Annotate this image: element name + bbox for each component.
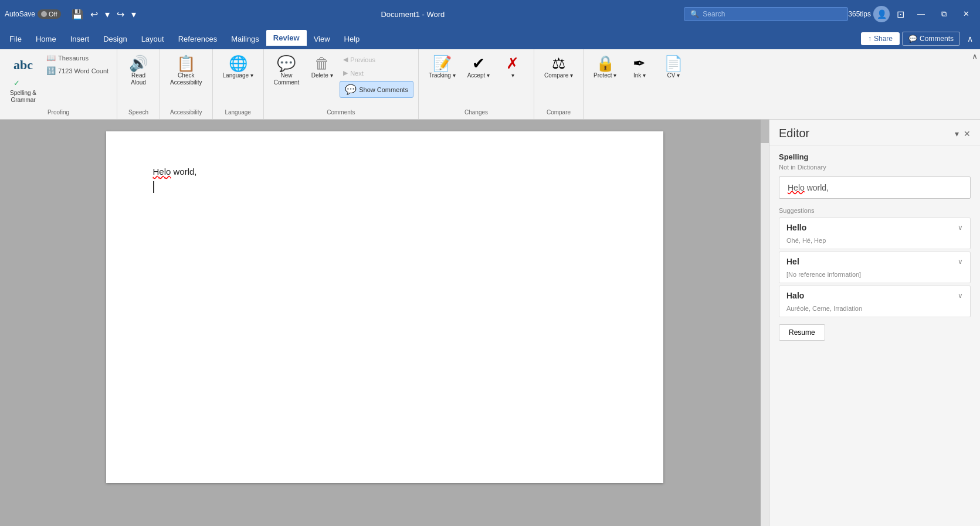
suggestion-item-hel[interactable]: Hel ∨ [No reference information]: [779, 252, 971, 283]
suggestion-chevron-hello[interactable]: ∨: [958, 223, 963, 232]
spelling-section-title: Spelling: [779, 152, 971, 161]
suggestion-item-hello[interactable]: Hello ∨ Ohé, Hé, Hep: [779, 218, 971, 249]
undo-icon[interactable]: ↩: [88, 6, 100, 22]
reject-label: ▾: [511, 72, 514, 79]
restore-button[interactable]: ⧉: [935, 0, 952, 28]
spelling-grammar-button[interactable]: abc ✓ Spelling &Grammar: [5, 52, 42, 108]
cv-label: CV ▾: [667, 72, 680, 79]
menu-right: ↑ Share 💬 Comments ∧: [861, 32, 978, 46]
preview-rest: world,: [805, 183, 829, 192]
previous-comment-button[interactable]: ◀ Previous: [340, 54, 413, 65]
proofing-content: abc ✓ Spelling &Grammar 📖 Thesaurus 🔢 71…: [5, 52, 112, 108]
accept-button[interactable]: ✔ Accept ▾: [462, 52, 495, 83]
show-comments-button[interactable]: 💬 Show Comments: [340, 81, 413, 98]
suggestion-item-halo[interactable]: Halo ∨ Auréole, Cerne, Irradiation: [779, 286, 971, 317]
delete-comment-button[interactable]: 🗑 Delete ▾: [306, 52, 338, 83]
autosave-toggle[interactable]: AutoSave Off: [5, 9, 61, 19]
show-comments-label: Show Comments: [359, 86, 408, 93]
language-group-label: Language: [222, 108, 253, 117]
word-count-button[interactable]: 🔢 7123 Word Count: [43, 65, 112, 77]
speech-group-label: Speech: [126, 108, 151, 117]
toggle-state: Off: [49, 11, 57, 18]
document-page[interactable]: Helo world,: [106, 131, 663, 483]
word-count-label: 7123 Word Count: [58, 67, 108, 74]
accept-icon: ✔: [472, 56, 485, 71]
suggestion-header-hello[interactable]: Hello ∨: [779, 218, 970, 237]
share-button[interactable]: ↑ Share: [861, 32, 900, 45]
next-comment-button[interactable]: ▶ Next: [340, 67, 413, 79]
new-comment-button[interactable]: 💬 NewComment: [269, 52, 304, 90]
ribbon-group-changes: 📝 Tracking ▾ ✔ Accept ▾ ✗ ▾ Changes: [419, 49, 534, 119]
suggestion-chevron-halo[interactable]: ∨: [958, 291, 963, 300]
menu-references[interactable]: References: [171, 31, 224, 47]
check-accessibility-button[interactable]: 📋 CheckAccessibility: [165, 52, 207, 90]
comments-button[interactable]: 💬 Comments: [902, 32, 960, 46]
suggestion-header-hel[interactable]: Hel ∨: [779, 252, 970, 271]
read-aloud-button[interactable]: 🔊 ReadAloud: [122, 52, 155, 90]
thesaurus-button[interactable]: 📖 Thesaurus: [43, 52, 112, 64]
menu-design[interactable]: Design: [96, 31, 134, 47]
word-count-icon: 🔢: [46, 66, 56, 75]
tracking-label: Tracking ▾: [429, 72, 456, 79]
language-button[interactable]: 🌐 Language ▾: [218, 52, 259, 83]
menu-review[interactable]: Review: [266, 30, 307, 47]
menu-insert[interactable]: Insert: [63, 31, 97, 47]
ribbon-collapse-icon[interactable]: ∧: [962, 32, 978, 46]
scrollbar-thumb[interactable]: [761, 120, 769, 143]
minimize-button[interactable]: —: [911, 0, 931, 28]
next-label: Next: [350, 70, 364, 77]
check-accessibility-icon: 📋: [177, 56, 195, 71]
doc-text-rest: world,: [171, 167, 196, 177]
autosave-label: AutoSave: [5, 10, 35, 18]
protect-content: 🔒 Protect ▾ ✒ Ink ▾ 📄 CV ▾: [588, 52, 690, 114]
compare-icon: ⚖: [552, 56, 565, 71]
suggestion-chevron-hel[interactable]: ∨: [958, 257, 963, 266]
editor-close-icon[interactable]: ✕: [964, 129, 971, 138]
comments-group-label: Comments: [324, 108, 357, 117]
title-bar: AutoSave Off 💾 ↩ ▾ ↪ ▾ Document1 - Word …: [0, 0, 980, 28]
user-name: 365tips: [848, 10, 871, 18]
comments-icon: 💬: [908, 35, 917, 43]
menu-mailings[interactable]: Mailings: [224, 31, 266, 47]
menu-file[interactable]: File: [2, 31, 29, 47]
redo-icon[interactable]: ↪: [114, 6, 127, 22]
cv-icon: 📄: [664, 56, 683, 71]
thesaurus-icon: 📖: [46, 53, 56, 62]
menu-home[interactable]: Home: [29, 31, 63, 47]
document-text[interactable]: Helo world,: [153, 167, 616, 177]
ribbon-group-speech: 🔊 ReadAloud Speech: [117, 49, 160, 119]
ribbon-expand-collapse[interactable]: ∧: [969, 49, 980, 119]
protect-label: Protect ▾: [594, 72, 616, 79]
previous-icon: ◀: [343, 56, 348, 63]
reject-button[interactable]: ✗ ▾: [496, 52, 529, 83]
search-input[interactable]: [703, 10, 842, 18]
proofing-group-label: Proofing: [45, 108, 72, 117]
compare-button[interactable]: ⚖ Compare ▾: [539, 52, 578, 83]
search-icon: 🔍: [690, 10, 699, 18]
document-area[interactable]: Helo world,: [0, 120, 769, 526]
menu-layout[interactable]: Layout: [134, 31, 171, 47]
speech-content: 🔊 ReadAloud: [122, 52, 155, 108]
undo-dropdown-icon[interactable]: ▾: [103, 6, 112, 22]
search-box[interactable]: 🔍: [684, 7, 848, 21]
protect-button[interactable]: 🔒 Protect ▾: [588, 52, 622, 83]
editor-dropdown-icon[interactable]: ▾: [955, 129, 959, 138]
layout-icon[interactable]: ⊡: [894, 6, 907, 22]
toggle-dot: [41, 11, 47, 17]
scrollbar-track[interactable]: [761, 120, 769, 526]
ink-button[interactable]: ✒ Ink ▾: [623, 52, 656, 83]
suggestion-header-halo[interactable]: Halo ∨: [779, 286, 970, 305]
menu-help[interactable]: Help: [337, 31, 367, 47]
resume-button[interactable]: Resume: [779, 324, 825, 341]
check-accessibility-label: CheckAccessibility: [170, 72, 202, 86]
menu-view[interactable]: View: [307, 31, 337, 47]
tracking-button[interactable]: 📝 Tracking ▾: [423, 52, 461, 83]
compare-group-label: Compare: [544, 108, 573, 117]
customize-icon[interactable]: ▾: [129, 6, 138, 22]
ribbon-group-protect: 🔒 Protect ▾ ✒ Ink ▾ 📄 CV ▾: [584, 49, 694, 119]
close-button[interactable]: ✕: [957, 0, 975, 28]
autosave-pill[interactable]: Off: [38, 9, 60, 19]
cv-button[interactable]: 📄 CV ▾: [657, 52, 690, 83]
quick-access-toolbar: 💾 ↩ ▾ ↪ ▾: [69, 6, 138, 22]
save-icon[interactable]: 💾: [69, 6, 86, 22]
